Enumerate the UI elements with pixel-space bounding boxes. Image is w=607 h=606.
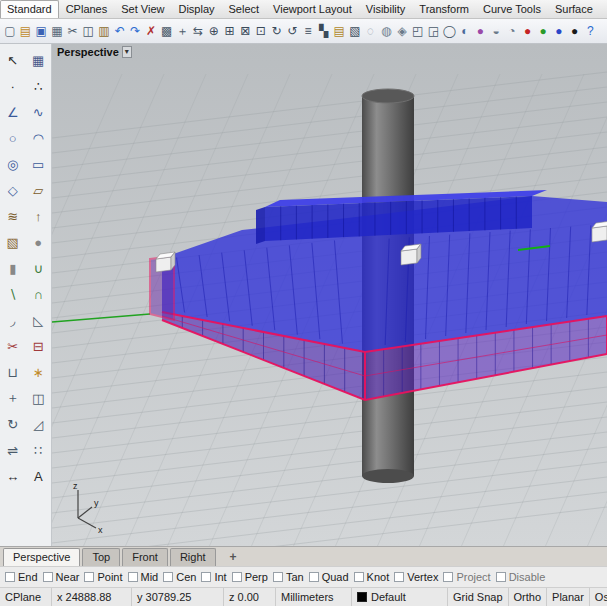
- xray-viewport-icon[interactable]: ◔: [504, 19, 520, 43]
- cylinder-tool-icon[interactable]: ▮: [0, 255, 26, 281]
- hide-objects-icon[interactable]: ◌: [363, 19, 379, 43]
- menu-tab-standard[interactable]: Standard: [0, 0, 59, 18]
- render-sphere-green-icon[interactable]: ●: [535, 19, 551, 43]
- osnap-mid[interactable]: Mid: [128, 571, 159, 583]
- sphere-tool-icon[interactable]: ●: [26, 229, 52, 255]
- osnap-tan[interactable]: Tan: [273, 571, 304, 583]
- undo-icon[interactable]: ↶: [112, 19, 128, 43]
- status-toggle-grid-snap[interactable]: Grid Snap: [448, 588, 509, 606]
- copy-tool-icon[interactable]: ◫: [26, 385, 52, 411]
- status-toggle-planar[interactable]: Planar: [547, 588, 590, 606]
- osnap-vertex-checkbox[interactable]: [394, 572, 404, 582]
- osnap-disable[interactable]: Disable: [496, 571, 546, 583]
- join-tool-icon[interactable]: ⊔: [0, 359, 26, 385]
- viewport-menu-arrow-icon[interactable]: ▾: [122, 46, 132, 58]
- shaded-viewport-icon[interactable]: ◐: [457, 19, 473, 43]
- osnap-end[interactable]: End: [5, 571, 38, 583]
- osnap-quad-checkbox[interactable]: [309, 572, 319, 582]
- render-sphere-red-icon[interactable]: ●: [520, 19, 536, 43]
- loft-tool-icon[interactable]: ≋: [0, 203, 26, 229]
- surface-tool-icon[interactable]: ▱: [26, 177, 52, 203]
- zoom-window-icon[interactable]: ⊞: [222, 19, 238, 43]
- boolean-union-tool-icon[interactable]: ∪: [26, 255, 52, 281]
- osnap-knot-checkbox[interactable]: [354, 572, 364, 582]
- undo-view-change-icon[interactable]: ↺: [284, 19, 300, 43]
- save-file-icon[interactable]: ▣: [33, 19, 49, 43]
- polyline-tool-icon[interactable]: ∠: [0, 99, 26, 125]
- paste-icon[interactable]: ▥: [96, 19, 112, 43]
- zoom-extents-icon[interactable]: ⊠: [237, 19, 253, 43]
- select-objects-icon[interactable]: ▩: [159, 19, 175, 43]
- viewport-tab-perspective[interactable]: Perspective: [3, 548, 80, 566]
- osnap-cen[interactable]: Cen: [163, 571, 196, 583]
- array-tool-icon[interactable]: ∷: [26, 437, 52, 463]
- text-tool-icon[interactable]: A: [26, 463, 52, 489]
- perspective-viewport[interactable]: Perspective ▾: [52, 44, 607, 546]
- menu-tab-surface[interactable]: Surface: [548, 0, 600, 18]
- named-views-icon[interactable]: ≡: [300, 19, 316, 43]
- object-properties-icon[interactable]: ▧: [347, 19, 363, 43]
- viewport-layout-icon[interactable]: ▚: [316, 19, 332, 43]
- rotate-tool-icon[interactable]: ↻: [0, 411, 26, 437]
- rectangle-tool-icon[interactable]: ▭: [26, 151, 52, 177]
- box-tool-icon[interactable]: ▧: [0, 229, 26, 255]
- zoom-dynamic-icon[interactable]: ⊕: [206, 19, 222, 43]
- osnap-point[interactable]: Point: [84, 571, 122, 583]
- circle-tool-icon[interactable]: ○: [0, 125, 26, 151]
- viewport-tab-front[interactable]: Front: [122, 548, 168, 566]
- new-viewport-tab-button[interactable]: +: [225, 550, 242, 566]
- osnap-cen-checkbox[interactable]: [163, 572, 173, 582]
- osnap-perp[interactable]: Perp: [232, 571, 268, 583]
- wireframe-viewport-icon[interactable]: ◯: [441, 19, 457, 43]
- osnap-point-checkbox[interactable]: [84, 572, 94, 582]
- point-cloud-tool-icon[interactable]: ∴: [26, 73, 52, 99]
- status-toggle-osnap[interactable]: Osnap: [590, 588, 607, 606]
- fillet-tool-icon[interactable]: ◞: [0, 307, 26, 333]
- osnap-near[interactable]: Near: [43, 571, 80, 583]
- help-icon[interactable]: ?: [582, 19, 598, 43]
- pan-view-icon[interactable]: ⇆: [190, 19, 206, 43]
- osnap-quad[interactable]: Quad: [309, 571, 349, 583]
- new-file-icon[interactable]: ▢: [2, 19, 18, 43]
- viewport-tab-right[interactable]: Right: [170, 548, 216, 566]
- render-sphere-blue-icon[interactable]: ●: [551, 19, 567, 43]
- split-tool-icon[interactable]: ⊟: [26, 333, 52, 359]
- extrude-tool-icon[interactable]: ↑: [26, 203, 52, 229]
- osnap-vertex[interactable]: Vertex: [394, 571, 438, 583]
- delete-icon[interactable]: ✗: [143, 19, 159, 43]
- status-toggle-ortho[interactable]: Ortho: [509, 588, 548, 606]
- rotate-view-icon[interactable]: ↻: [269, 19, 285, 43]
- status-cplane-button[interactable]: CPlane: [0, 588, 52, 606]
- menu-tab-transform[interactable]: Transform: [412, 0, 476, 18]
- chamfer-tool-icon[interactable]: ◺: [26, 307, 52, 333]
- select-tool-icon[interactable]: ↖: [0, 47, 26, 73]
- osnap-int[interactable]: Int: [201, 571, 226, 583]
- copy-to-clipboard-icon[interactable]: ◫: [80, 19, 96, 43]
- scale-tool-icon[interactable]: ◿: [26, 411, 52, 437]
- point-tool-icon[interactable]: ∙: [0, 73, 26, 99]
- status-units[interactable]: Millimeters: [276, 588, 352, 606]
- osnap-int-checkbox[interactable]: [201, 572, 211, 582]
- osnap-project-checkbox[interactable]: [443, 572, 453, 582]
- print-icon[interactable]: ▦: [49, 19, 65, 43]
- osnap-end-checkbox[interactable]: [5, 572, 15, 582]
- menu-tab-viewport-layout[interactable]: Viewport Layout: [266, 0, 359, 18]
- group-objects-icon[interactable]: ◰: [410, 19, 426, 43]
- viewport-tab-top[interactable]: Top: [82, 548, 120, 566]
- osnap-knot[interactable]: Knot: [354, 571, 390, 583]
- cut-icon[interactable]: ✂: [65, 19, 81, 43]
- menu-tab-cplanes[interactable]: CPlanes: [59, 0, 115, 18]
- viewport-title[interactable]: Perspective: [57, 46, 119, 58]
- open-file-icon[interactable]: ▤: [18, 19, 34, 43]
- osnap-project[interactable]: Project: [443, 571, 490, 583]
- rendered-viewport-icon[interactable]: ●: [473, 19, 489, 43]
- redo-icon[interactable]: ↷: [128, 19, 144, 43]
- curve-tool-icon[interactable]: ∿: [26, 99, 52, 125]
- menu-tab-visibility[interactable]: Visibility: [359, 0, 413, 18]
- trim-tool-icon[interactable]: ✂: [0, 333, 26, 359]
- ungroup-objects-icon[interactable]: ◲: [426, 19, 442, 43]
- viewport-canvas[interactable]: z y x: [52, 44, 607, 546]
- menu-tab-set-view[interactable]: Set View: [114, 0, 171, 18]
- render-sphere-black-icon[interactable]: ●: [567, 19, 583, 43]
- zoom-selected-icon[interactable]: ⊡: [253, 19, 269, 43]
